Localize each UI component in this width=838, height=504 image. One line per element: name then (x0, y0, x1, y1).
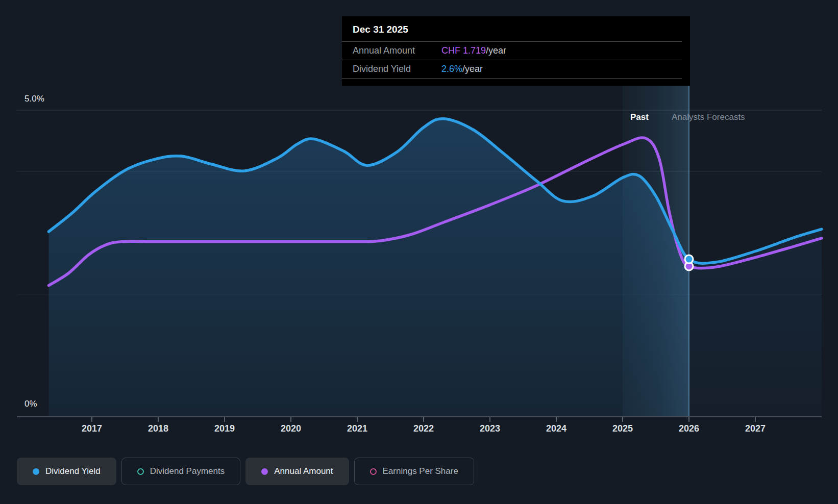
x-axis-year-label: 2019 (214, 423, 235, 434)
tooltip-date: Dec 31 2025 (342, 16, 682, 42)
x-axis-year-label: 2025 (612, 423, 633, 434)
dividend-yield-point[interactable] (685, 255, 693, 263)
tooltip-row-label: Dividend Yield (353, 64, 411, 74)
x-axis-year-label: 2018 (148, 423, 168, 434)
legend-button-earnings-per-share[interactable]: Earnings Per Share (354, 458, 474, 485)
dividend-yield-marker-icon (33, 468, 39, 475)
annual-amount-marker-icon (261, 468, 268, 475)
legend-button-label: Dividend Yield (45, 466, 101, 476)
y-axis-label-bottom: 0% (24, 399, 37, 409)
x-axis-year-label: 2021 (347, 423, 367, 434)
past-label: Past (630, 112, 649, 122)
dividend-chart-page: 5.0% 0% 20172018201920202021202220232024… (0, 0, 838, 504)
tooltip-row: Annual AmountCHF 1.719/year (342, 42, 682, 60)
x-axis-year-label: 2026 (679, 423, 699, 434)
earnings-per-share-marker-icon (370, 468, 377, 475)
x-axis-year-label: 2024 (546, 423, 566, 434)
tooltip: Dec 31 2025 Annual AmountCHF 1.719/yearD… (342, 16, 690, 86)
x-axis-year-label: 2022 (413, 423, 434, 434)
x-axis-year-label: 2023 (480, 423, 500, 434)
tooltip-row: Dividend Yield2.6%/year (342, 60, 682, 79)
analysts-forecasts-label: Analysts Forecasts (672, 112, 745, 122)
tooltip-row-label: Annual Amount (353, 45, 415, 56)
legend-button-dividend-payments[interactable]: Dividend Payments (121, 458, 240, 485)
legend-button-dividend-yield[interactable]: Dividend Yield (17, 458, 116, 485)
tooltip-row-value: 2.6%/year (441, 60, 483, 78)
tooltip-rows: Annual AmountCHF 1.719/yearDividend Yiel… (342, 42, 690, 79)
legend-button-label: Dividend Payments (150, 466, 225, 476)
x-axis-year-label: 2027 (745, 423, 766, 434)
y-axis-label-top: 5.0% (24, 94, 44, 104)
legend-button-label: Earnings Per Share (383, 466, 458, 476)
legend: Dividend YieldDividend PaymentsAnnual Am… (17, 458, 474, 485)
x-axis-year-label: 2020 (281, 423, 301, 434)
tooltip-row-value: CHF 1.719/year (441, 42, 506, 60)
x-axis-year-label: 2017 (82, 423, 102, 434)
legend-button-annual-amount[interactable]: Annual Amount (245, 458, 349, 485)
dividend-payments-marker-icon (137, 468, 144, 475)
legend-button-label: Annual Amount (274, 466, 333, 476)
